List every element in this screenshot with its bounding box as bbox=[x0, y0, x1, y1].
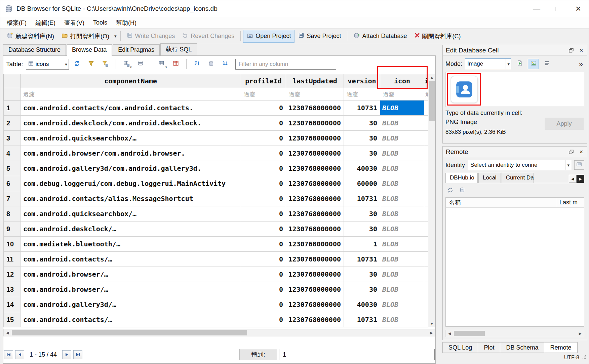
cell-icon-blob[interactable]: BLOB bbox=[380, 146, 424, 161]
tabs-scroll-right-button[interactable]: ▶ bbox=[577, 175, 584, 183]
write-changes-button[interactable]: Write Changes bbox=[123, 30, 179, 42]
print-button[interactable] bbox=[134, 58, 147, 70]
cell-version[interactable]: 10731 bbox=[344, 100, 380, 116]
save-project-button[interactable]: Save Project bbox=[294, 30, 345, 42]
filter-profileId[interactable]: 過濾 bbox=[241, 88, 286, 100]
cell-partial[interactable] bbox=[424, 146, 428, 161]
document-tab[interactable]: Edit Pragmas bbox=[113, 44, 160, 55]
cell-partial[interactable] bbox=[424, 176, 428, 191]
first-record-button[interactable] bbox=[4, 350, 13, 359]
cell-icon-blob[interactable]: BLOB bbox=[380, 267, 424, 282]
cell-componentName[interactable]: com.android.contacts/alias.MessageShortc… bbox=[21, 191, 241, 206]
row-number[interactable]: 13 bbox=[4, 282, 21, 297]
cell-version[interactable]: 60000 bbox=[344, 176, 380, 191]
cell-partial[interactable] bbox=[424, 221, 428, 237]
cell-componentName[interactable]: com.android.browser/… bbox=[21, 282, 241, 297]
column-header-profileId[interactable]: profileId bbox=[241, 74, 286, 88]
save-filter-button[interactable] bbox=[99, 58, 111, 70]
float-panel-button[interactable] bbox=[567, 148, 576, 156]
cell-lastUpdated[interactable]: 1230768000000 bbox=[286, 267, 344, 282]
cell-componentName[interactable]: com.android.quicksearchbox/… bbox=[21, 131, 241, 146]
horizontal-scroll-thumb[interactable] bbox=[12, 330, 247, 335]
insert-record-button[interactable]: ▾ bbox=[156, 58, 168, 70]
close-button[interactable]: × bbox=[568, 0, 589, 17]
remote-tab[interactable]: Current Dat bbox=[502, 173, 534, 183]
cell-partial[interactable] bbox=[424, 297, 428, 312]
cell-profileId[interactable]: 0 bbox=[241, 116, 286, 131]
cell-partial[interactable] bbox=[424, 191, 428, 206]
cell-partial[interactable] bbox=[424, 100, 428, 116]
row-number[interactable]: 14 bbox=[4, 297, 21, 312]
cell-icon-blob[interactable]: BLOB bbox=[380, 191, 424, 206]
import-cell-data-button[interactable] bbox=[514, 59, 525, 69]
cell-lastUpdated[interactable]: 1230768000000 bbox=[286, 161, 344, 176]
cell-partial[interactable] bbox=[424, 282, 428, 297]
table-row[interactable]: 3 com.android.quicksearchbox/… 0 1230768… bbox=[4, 131, 428, 146]
cell-partial[interactable] bbox=[424, 312, 428, 327]
column-header-partial[interactable]: ic bbox=[424, 74, 428, 88]
cell-version[interactable]: 1 bbox=[344, 237, 380, 252]
filter-any-column-input[interactable] bbox=[235, 59, 336, 70]
cell-componentName[interactable]: com.android.browser/com.android.browser. bbox=[21, 146, 241, 161]
cell-componentName[interactable]: com.android.browser/… bbox=[21, 267, 241, 282]
cell-profileId[interactable]: 0 bbox=[241, 131, 286, 146]
cell-lastUpdated[interactable]: 1230768000000 bbox=[286, 252, 344, 267]
goto-record-input[interactable] bbox=[279, 349, 435, 360]
next-record-button[interactable] bbox=[62, 350, 71, 359]
table-row[interactable]: 5 com.android.gallery3d/com.android.gall… bbox=[4, 161, 428, 176]
filter-lastUpdated[interactable]: 過濾 bbox=[286, 88, 344, 100]
remote-refresh-button[interactable] bbox=[446, 186, 454, 194]
close-panel-button[interactable]: × bbox=[577, 46, 586, 55]
cell-lastUpdated[interactable]: 1230768000000 bbox=[286, 282, 344, 297]
cell-componentName[interactable]: com.android.contacts/… bbox=[21, 312, 241, 327]
table-row[interactable]: 15 com.android.contacts/… 0 123076800000… bbox=[4, 312, 428, 327]
import-identity-button[interactable] bbox=[574, 160, 584, 170]
dock-tab[interactable]: Remote bbox=[544, 342, 577, 353]
document-tab[interactable]: Browse Data bbox=[67, 44, 112, 56]
row-number[interactable]: 3 bbox=[4, 131, 21, 146]
table-row[interactable]: 6 com.debug.loggerui/com.debug.loggerui.… bbox=[4, 176, 428, 191]
cell-componentName[interactable]: com.debug.loggerui/com.debug.loggerui.Ma… bbox=[21, 176, 241, 191]
close-database-button[interactable]: 關閉資料庫(C) bbox=[411, 30, 465, 43]
table-row[interactable]: 9 com.android.deskclock/… 0 123076800000… bbox=[4, 221, 428, 237]
scroll-up-arrow[interactable]: ▲ bbox=[428, 74, 435, 81]
cell-version[interactable]: 30 bbox=[344, 267, 380, 282]
remote-tab[interactable]: Local bbox=[478, 173, 501, 183]
cell-lastUpdated[interactable]: 1230768000000 bbox=[286, 297, 344, 312]
table-row[interactable]: 4 com.android.browser/com.android.browse… bbox=[4, 146, 428, 161]
open-database-button[interactable]: 打開資料庫(O) bbox=[58, 30, 113, 43]
row-number[interactable]: 10 bbox=[4, 237, 21, 252]
row-number[interactable]: 11 bbox=[4, 252, 21, 267]
cell-version[interactable]: 30 bbox=[344, 221, 380, 237]
tabs-scroll-left-button[interactable]: ◀ bbox=[569, 175, 577, 183]
table-select[interactable]: icons ▾ bbox=[26, 59, 69, 70]
column-header-componentName[interactable]: componentName bbox=[21, 74, 241, 88]
cell-version[interactable]: 10731 bbox=[344, 312, 380, 327]
cell-version[interactable]: 30 bbox=[344, 206, 380, 221]
vertical-scrollbar[interactable]: ▲ ▼ bbox=[428, 74, 435, 327]
menu-item[interactable]: 幫助(H) bbox=[112, 17, 141, 28]
cell-profileId[interactable]: 0 bbox=[241, 282, 286, 297]
prev-record-button[interactable] bbox=[15, 350, 24, 359]
apply-button[interactable]: Apply bbox=[545, 118, 584, 130]
cell-partial[interactable] bbox=[424, 206, 428, 221]
document-tab[interactable]: Database Structure bbox=[3, 44, 66, 55]
identity-select[interactable]: Select an identity to conne ▾ bbox=[468, 160, 571, 170]
cell-profileId[interactable]: 0 bbox=[241, 191, 286, 206]
minimize-button[interactable]: — bbox=[526, 0, 547, 17]
cell-partial[interactable] bbox=[424, 116, 428, 131]
cell-icon-blob[interactable]: BLOB bbox=[380, 312, 424, 327]
word-wrap-button[interactable] bbox=[542, 59, 553, 69]
scroll-right-arrow[interactable]: ▶ bbox=[428, 329, 435, 336]
row-number[interactable]: 7 bbox=[4, 191, 21, 206]
delete-record-button[interactable] bbox=[170, 58, 182, 70]
table-row[interactable]: 14 com.android.gallery3d/… 0 12307680000… bbox=[4, 297, 428, 312]
clone-database-button[interactable] bbox=[458, 186, 466, 194]
cell-lastUpdated[interactable]: 1230768000000 bbox=[286, 237, 344, 252]
cell-profileId[interactable]: 0 bbox=[241, 206, 286, 221]
cell-componentName[interactable]: com.android.deskclock/… bbox=[21, 221, 241, 237]
mode-select[interactable]: Image ▾ bbox=[465, 58, 511, 69]
cell-icon-blob[interactable]: BLOB bbox=[380, 131, 424, 146]
cell-componentName[interactable]: com.android.gallery3d/com.android.galler… bbox=[21, 161, 241, 176]
cell-icon-blob[interactable]: BLOB bbox=[380, 297, 424, 312]
